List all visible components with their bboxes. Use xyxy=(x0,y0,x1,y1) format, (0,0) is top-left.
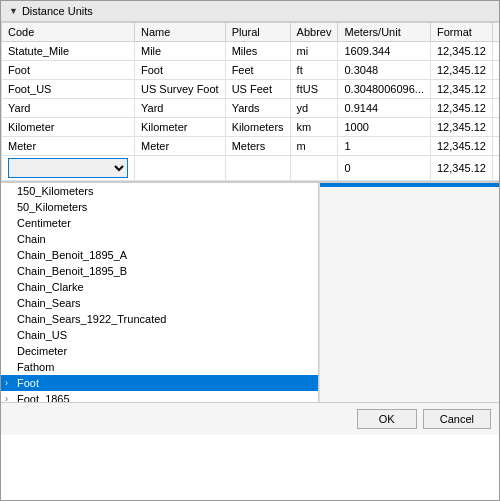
cell-code-edit[interactable]: 150_Kilometers50_KilometersCentimeterCha… xyxy=(2,156,135,181)
cell-format: 12,345.12 xyxy=(431,61,493,80)
list-item-arrow: › xyxy=(5,378,15,388)
cell-format: 12,345.12 xyxy=(431,118,493,137)
cell-abbrev-edit xyxy=(290,156,338,181)
cell-meters: 0.3048 xyxy=(338,61,431,80)
cell-plural: Yards xyxy=(225,99,290,118)
list-item-label: 50_Kilometers xyxy=(17,201,87,213)
col-header-default: Default xyxy=(492,23,499,42)
cell-code: Foot_US xyxy=(2,80,135,99)
cell-meters-edit: 0 xyxy=(338,156,431,181)
cell-name: Mile xyxy=(135,42,226,61)
list-item-label: Centimeter xyxy=(17,217,71,229)
unit-list-container[interactable]: 150_Kilometers50_KilometersCentimeterCha… xyxy=(1,183,319,402)
list-item[interactable]: Chain_Benoit_1895_B xyxy=(1,263,318,279)
cell-format: 12,345.12 xyxy=(431,137,493,156)
list-item[interactable]: Chain xyxy=(1,231,318,247)
list-item[interactable]: 50_Kilometers xyxy=(1,199,318,215)
cell-default-edit[interactable] xyxy=(492,156,499,181)
cell-name: Foot xyxy=(135,61,226,80)
distance-table: Code Name Plural Abbrev Meters/Unit Form… xyxy=(1,22,499,181)
list-item[interactable]: Decimeter xyxy=(1,343,318,359)
cell-default[interactable] xyxy=(492,42,499,61)
col-header-plural: Plural xyxy=(225,23,290,42)
list-item-arrow: › xyxy=(5,394,15,402)
cell-meters: 0.9144 xyxy=(338,99,431,118)
table-row[interactable]: Foot_USUS Survey FootUS FeetftUS0.304800… xyxy=(2,80,500,99)
cell-code: Kilometer xyxy=(2,118,135,137)
cell-abbrev: m xyxy=(290,137,338,156)
cell-code: Statute_Mile xyxy=(2,42,135,61)
list-item[interactable]: Fathom xyxy=(1,359,318,375)
cell-default[interactable] xyxy=(492,137,499,156)
table-row-editing[interactable]: 150_Kilometers50_KilometersCentimeterCha… xyxy=(2,156,500,181)
list-item[interactable]: Chain_Sears_1922_Truncated xyxy=(1,311,318,327)
table-row[interactable]: MeterMeterMetersm112,345.12 xyxy=(2,137,500,156)
cell-name: Meter xyxy=(135,137,226,156)
list-item-label: Fathom xyxy=(17,361,54,373)
list-item[interactable]: 150_Kilometers xyxy=(1,183,318,199)
list-item-label: Chain_Benoit_1895_B xyxy=(17,265,127,277)
col-header-abbrev: Abbrev xyxy=(290,23,338,42)
list-item[interactable]: Centimeter xyxy=(1,215,318,231)
cell-code: Yard xyxy=(2,99,135,118)
dropdown-list-section: 150_Kilometers50_KilometersCentimeterCha… xyxy=(1,182,499,402)
list-item-label: Chain_Benoit_1895_A xyxy=(17,249,127,261)
code-dropdown[interactable]: 150_Kilometers50_KilometersCentimeterCha… xyxy=(8,158,128,178)
col-header-name: Name xyxy=(135,23,226,42)
table-row[interactable]: KilometerKilometerKilometerskm100012,345… xyxy=(2,118,500,137)
cell-plural: Kilometers xyxy=(225,118,290,137)
cell-default[interactable] xyxy=(492,80,499,99)
cell-abbrev: ftUS xyxy=(290,80,338,99)
cell-default[interactable] xyxy=(492,99,499,118)
cell-meters: 1609.344 xyxy=(338,42,431,61)
list-item[interactable]: Chain_US xyxy=(1,327,318,343)
table-header-row: Code Name Plural Abbrev Meters/Unit Form… xyxy=(2,23,500,42)
cell-plural: Meters xyxy=(225,137,290,156)
cell-abbrev: yd xyxy=(290,99,338,118)
list-item-label: Foot_1865 xyxy=(17,393,70,402)
cell-default[interactable] xyxy=(492,118,499,137)
table-row[interactable]: FootFootFeetft0.304812,345.12 xyxy=(2,61,500,80)
list-item-label: Decimeter xyxy=(17,345,67,357)
cell-format: 12,345.12 xyxy=(431,42,493,61)
list-item-label: 150_Kilometers xyxy=(17,185,93,197)
list-item-label: Chain_Clarke xyxy=(17,281,84,293)
cell-meters: 0.3048006096... xyxy=(338,80,431,99)
cell-abbrev: mi xyxy=(290,42,338,61)
list-item[interactable]: Chain_Clarke xyxy=(1,279,318,295)
list-item[interactable]: Chain_Benoit_1895_A xyxy=(1,247,318,263)
cell-meters: 1 xyxy=(338,137,431,156)
unit-list: 150_Kilometers50_KilometersCentimeterCha… xyxy=(1,183,318,402)
distance-units-dialog: ▼ Distance Units Code Name Plural Abbrev… xyxy=(0,0,500,501)
dialog-title: Distance Units xyxy=(22,5,93,17)
list-item[interactable]: ›Foot xyxy=(1,375,318,391)
col-header-meters: Meters/Unit xyxy=(338,23,431,42)
list-item-label: Chain_Sears_1922_Truncated xyxy=(17,313,166,325)
table-section: Code Name Plural Abbrev Meters/Unit Form… xyxy=(1,22,499,182)
cell-name: US Survey Foot xyxy=(135,80,226,99)
cell-meters: 1000 xyxy=(338,118,431,137)
dialog-titlebar: ▼ Distance Units xyxy=(1,1,499,22)
list-item[interactable]: Chain_Sears xyxy=(1,295,318,311)
table-row[interactable]: Statute_MileMileMilesmi1609.34412,345.12 xyxy=(2,42,500,61)
cell-abbrev: ft xyxy=(290,61,338,80)
collapse-chevron[interactable]: ▼ xyxy=(9,6,18,16)
cell-format-edit: 12,345.12 xyxy=(431,156,493,181)
list-item-label: Foot xyxy=(17,377,39,389)
cell-code: Foot xyxy=(2,61,135,80)
cancel-button[interactable]: Cancel xyxy=(423,409,491,429)
dialog-content: Code Name Plural Abbrev Meters/Unit Form… xyxy=(1,22,499,500)
list-item[interactable]: ›Foot_1865 xyxy=(1,391,318,402)
blue-bar xyxy=(320,183,499,187)
table-row[interactable]: YardYardYardsyd0.914412,345.12 xyxy=(2,99,500,118)
cell-code: Meter xyxy=(2,137,135,156)
cell-plural: Miles xyxy=(225,42,290,61)
cell-name: Kilometer xyxy=(135,118,226,137)
cell-abbrev: km xyxy=(290,118,338,137)
right-panel xyxy=(319,183,499,402)
col-header-code: Code xyxy=(2,23,135,42)
ok-button[interactable]: OK xyxy=(357,409,417,429)
cell-default[interactable] xyxy=(492,61,499,80)
cell-plural: US Feet xyxy=(225,80,290,99)
list-item-label: Chain xyxy=(17,233,46,245)
